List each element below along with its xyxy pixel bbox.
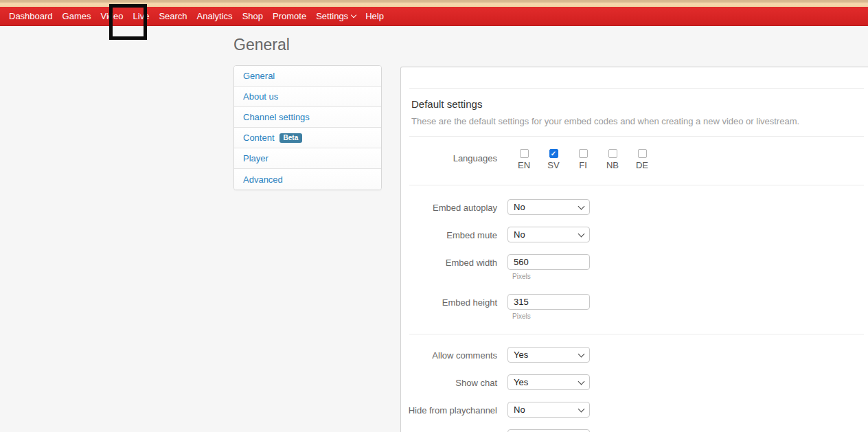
- nav-item-label: Games: [62, 11, 91, 21]
- nav-item-dashboard[interactable]: Dashboard: [4, 7, 58, 26]
- nav-item-shop[interactable]: Shop: [238, 7, 268, 26]
- form-row-allow-comments: Allow commentsYes: [401, 347, 868, 363]
- page-title: General: [233, 36, 290, 54]
- chevron-down-icon: [578, 230, 585, 237]
- nav-item-promote[interactable]: Promote: [268, 7, 311, 26]
- embed-height-input[interactable]: [507, 294, 590, 310]
- form-row-embed-width: Embed widthPixels: [401, 254, 868, 280]
- language-option-label: NB: [606, 160, 619, 170]
- sidebar-item-about-us[interactable]: About us: [234, 87, 381, 107]
- section-intro: Default settings These are the default s…: [401, 89, 868, 136]
- select-value: Yes: [514, 377, 579, 387]
- nav-item-label: Analytics: [197, 11, 233, 21]
- language-option-fi: FI: [575, 149, 591, 170]
- embed-width-input[interactable]: [507, 254, 590, 270]
- nav-item-games[interactable]: Games: [58, 7, 96, 26]
- field-control: No: [507, 199, 590, 215]
- select-value: No: [514, 202, 579, 212]
- language-option-label: EN: [518, 160, 530, 170]
- form-row-show-chat: Show chatYes: [401, 374, 868, 390]
- nav-item-live[interactable]: Live: [128, 7, 155, 26]
- field-control: Pixels: [507, 254, 590, 280]
- form-rows-primary: Embed autoplayNoEmbed muteNoEmbed widthP…: [401, 185, 868, 320]
- top-navbar: DashboardGamesVideoLiveSearchAnalyticsSh…: [0, 7, 868, 26]
- form-row-embed-mute: Embed muteNo: [401, 227, 868, 242]
- form-row-embed-height: Embed heightPixels: [401, 294, 868, 320]
- checkbox-en[interactable]: [520, 149, 529, 158]
- languages-label: Languages: [401, 149, 497, 170]
- settings-panel: Default settings These are the default s…: [400, 67, 868, 432]
- section-description: These are the default settings for your …: [411, 116, 858, 126]
- field-label: Embed width: [401, 254, 497, 280]
- field-label: Allow comments: [401, 347, 497, 363]
- embed-autoplay-select[interactable]: No: [507, 199, 590, 215]
- language-option-label: FI: [579, 160, 587, 170]
- field-label: Show chat: [401, 374, 497, 390]
- field-help-text: Pixels: [512, 312, 590, 320]
- language-option-label: SV: [547, 160, 559, 170]
- field-help-text: Pixels: [512, 273, 590, 280]
- nav-item-label: Promote: [273, 11, 306, 21]
- form-rows-secondary: Allow commentsYesShow chatYesHide from p…: [401, 334, 868, 432]
- nav-item-label: Shop: [242, 11, 263, 21]
- sidebar-item-general[interactable]: General: [234, 66, 381, 87]
- sidebar-item-content[interactable]: ContentBeta: [234, 128, 381, 148]
- field-control: [507, 429, 590, 432]
- checkbox-nb[interactable]: [608, 149, 617, 158]
- sidebar-item-channel-settings[interactable]: Channel settings: [234, 107, 381, 128]
- field-label: Embed mute: [401, 227, 497, 242]
- nav-item-help[interactable]: Help: [361, 7, 389, 26]
- nav-item-label: Live: [133, 11, 150, 21]
- chevron-down-icon: [578, 378, 585, 385]
- beta-badge: Beta: [279, 133, 303, 143]
- form-row-hide-from-playchannel: Hide from playchannelNo: [401, 402, 868, 418]
- allow-comments-select[interactable]: Yes: [507, 347, 590, 363]
- checkmark-icon: ✓: [551, 150, 556, 157]
- nav-item-search[interactable]: Search: [154, 7, 192, 26]
- nav-item-analytics[interactable]: Analytics: [192, 7, 238, 26]
- sidebar-item-label: Player: [243, 153, 269, 163]
- field-control: Pixels: [507, 294, 590, 320]
- settings-sidebar-menu: GeneralAbout usChannel settingsContentBe…: [233, 65, 382, 190]
- checkbox-sv[interactable]: ✓: [549, 149, 558, 158]
- nav-item-settings[interactable]: Settings: [311, 7, 361, 26]
- browser-top-strip: [0, 0, 868, 7]
- field-control: No: [507, 227, 590, 242]
- show-chat-select[interactable]: Yes: [507, 374, 590, 390]
- checkbox-fi[interactable]: [579, 149, 588, 158]
- nav-item-label: Video: [101, 11, 124, 21]
- language-option-en: EN: [516, 149, 532, 170]
- select-value: Yes: [514, 350, 579, 360]
- sidebar-item-label: Content: [243, 133, 275, 143]
- sidebar-item-label: General: [243, 71, 275, 81]
- languages-row: Languages EN✓SVFINBDE: [401, 137, 868, 185]
- field-control: No: [507, 402, 590, 418]
- language-option-de: DE: [634, 149, 650, 170]
- sidebar-item-label: Advanced: [243, 174, 283, 185]
- panel-header: [401, 67, 868, 88]
- select-value: No: [514, 405, 579, 415]
- field-label: Embed height: [401, 294, 497, 320]
- hide-from-playchannel-select[interactable]: No: [507, 402, 590, 418]
- checkbox-de[interactable]: [638, 149, 647, 158]
- nav-item-label: Search: [159, 11, 187, 21]
- language-option-label: DE: [636, 160, 648, 170]
- partial-field-select[interactable]: [507, 429, 590, 432]
- sidebar-item-label: About us: [243, 91, 278, 102]
- languages-checkbox-group: EN✓SVFINBDE: [516, 149, 650, 170]
- form-row-partial: [401, 429, 868, 432]
- language-option-sv: ✓SV: [545, 149, 562, 170]
- sidebar-item-advanced[interactable]: Advanced: [234, 169, 381, 190]
- sidebar-item-label: Channel settings: [243, 112, 310, 122]
- embed-mute-select[interactable]: No: [507, 227, 590, 242]
- nav-item-video[interactable]: Video: [96, 7, 128, 26]
- form-row-embed-autoplay: Embed autoplayNo: [401, 199, 868, 215]
- language-option-nb: NB: [604, 149, 621, 170]
- field-label: Hide from playchannel: [401, 402, 497, 418]
- field-label: Embed autoplay: [401, 199, 497, 215]
- sidebar-item-player[interactable]: Player: [234, 148, 381, 169]
- nav-item-label: Dashboard: [9, 11, 53, 21]
- section-title: Default settings: [411, 98, 858, 110]
- select-value: No: [514, 229, 579, 240]
- nav-item-label: Settings: [316, 11, 348, 21]
